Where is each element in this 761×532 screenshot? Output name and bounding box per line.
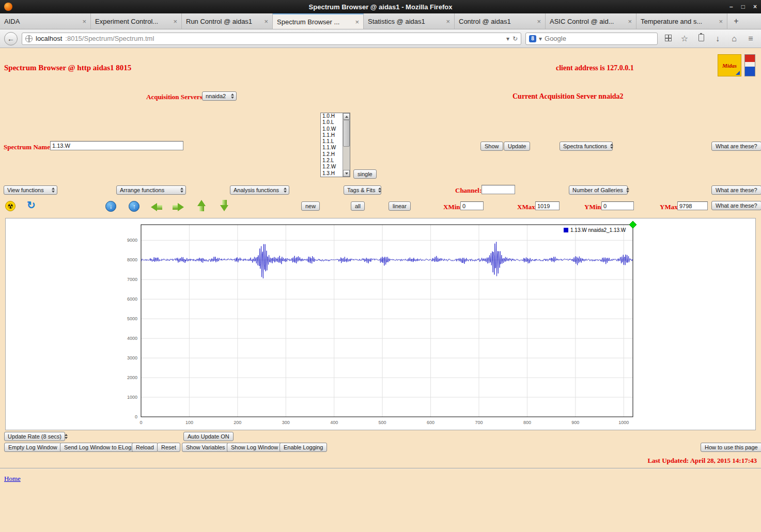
show-button[interactable]: Show [480, 142, 503, 151]
green-down-arrow-icon[interactable] [220, 200, 228, 211]
analysis-functions-select[interactable]: Analysis functions [230, 185, 289, 195]
tab-close-icon[interactable]: × [173, 18, 177, 25]
blue-down-arrow-icon[interactable]: ↓ [105, 201, 116, 212]
listbox-item[interactable]: 1.2.H [321, 151, 343, 158]
listbox-item[interactable]: 1.0.W [321, 126, 343, 132]
enable-logging-button[interactable]: Enable Logging [279, 443, 327, 452]
clipboard-icon[interactable] [698, 34, 704, 41]
tab-asic-control[interactable]: ASIC Control @ aid... × [546, 13, 636, 29]
home-link[interactable]: Home [4, 475, 21, 483]
minimize-button[interactable]: – [729, 3, 733, 10]
refresh-icon[interactable]: ↻ [27, 200, 36, 210]
listbox-item[interactable]: 1.0.H [321, 113, 343, 119]
listbox-scrollbar[interactable] [343, 113, 350, 177]
update-rate-select[interactable]: Update Rate (8 secs) [4, 432, 65, 441]
search-bar[interactable]: 8 ▾ [525, 33, 658, 45]
view-functions-select[interactable]: View functions [4, 185, 57, 195]
menu-icon[interactable]: ≡ [744, 34, 757, 43]
green-up-arrow-icon[interactable] [197, 200, 206, 211]
reload-icon[interactable]: ↻ [512, 35, 518, 42]
tab-close-icon[interactable]: × [264, 18, 268, 25]
reset-button[interactable]: Reset [157, 443, 180, 452]
spectra-functions-select[interactable]: Spectra functions [560, 142, 613, 151]
linear-button[interactable]: linear [389, 201, 411, 211]
google-search-icon[interactable]: 8 [529, 35, 536, 42]
spectrum-name-input[interactable] [50, 141, 183, 150]
ymin-input[interactable] [601, 201, 634, 210]
scrollbar-track[interactable] [343, 147, 350, 170]
tab-temperature[interactable]: Temperature and s... × [636, 13, 727, 29]
number-of-galleries-select[interactable]: Number of Galleries [569, 185, 628, 195]
xmin-input[interactable] [460, 201, 484, 210]
show-log-window-button[interactable]: Show Log Window [227, 443, 282, 452]
select-caret-icon [284, 187, 287, 193]
new-button[interactable]: new [301, 201, 320, 211]
svg-text:100: 100 [185, 420, 193, 425]
all-button[interactable]: all [351, 201, 365, 211]
what-are-these-button-2[interactable]: What are these? [711, 185, 761, 195]
listbox-item[interactable]: 1.0.L [321, 119, 343, 126]
green-right-arrow-icon[interactable] [173, 203, 184, 211]
send-log-to-elog-button[interactable]: Send Log Window to ELog [60, 443, 135, 452]
url-dropdown-icon[interactable]: ▾ [506, 35, 509, 42]
ymax-input[interactable] [677, 201, 708, 210]
listbox-item[interactable]: 1.2.L [321, 158, 343, 164]
spectrum-listbox[interactable]: 1.0.H 1.0.L 1.0.W 1.1.H 1.1.L 1.1.W 1.2.… [320, 113, 350, 177]
tab-close-icon[interactable]: × [82, 18, 86, 25]
url-input[interactable]: localhost :8015/Spectrum/Spectrum.tml ▾ … [22, 33, 521, 45]
listbox-item[interactable]: 1.1.L [321, 138, 343, 145]
spectrum-plot[interactable]: 0100020003000400050006000700080009000010… [5, 218, 756, 430]
update-button[interactable]: Update [504, 142, 530, 151]
scroll-down-icon[interactable] [343, 170, 350, 177]
home-icon[interactable]: ⌂ [728, 34, 740, 43]
bookmarks-grid-icon[interactable] [665, 35, 672, 41]
auto-update-button[interactable]: Auto Update ON [183, 432, 234, 441]
how-to-use-button[interactable]: How to use this page [701, 443, 761, 452]
back-arrow-icon: ← [7, 35, 14, 43]
svg-text:0: 0 [139, 420, 142, 425]
tab-close-icon[interactable]: × [355, 18, 359, 26]
tab-statistics[interactable]: Statistics @ aidas1 × [364, 13, 455, 29]
scroll-up-icon[interactable] [343, 113, 350, 120]
bookmark-star-icon[interactable]: ☆ [678, 34, 691, 43]
empty-log-window-button[interactable]: Empty Log Window [4, 443, 61, 452]
listbox-item[interactable]: 1.3.H [321, 170, 343, 177]
acquisition-server-select[interactable]: nnaida2 [202, 91, 237, 101]
select-caret-icon [65, 434, 68, 439]
close-button[interactable]: × [753, 3, 757, 10]
maximize-button[interactable]: □ [741, 3, 745, 10]
secondary-logo[interactable] [744, 54, 755, 76]
tab-control[interactable]: Control @ aidas1 × [455, 13, 546, 29]
tab-close-icon[interactable]: × [446, 18, 450, 25]
what-are-these-button-1[interactable]: What are these? [711, 142, 761, 151]
blue-up-arrow-icon[interactable]: ↑ [129, 201, 139, 212]
tab-close-icon[interactable]: × [537, 18, 541, 25]
what-are-these-button-3[interactable]: What are these? [711, 201, 761, 210]
tab-experiment-control[interactable]: Experiment Control... × [91, 13, 182, 29]
downloads-icon[interactable]: ↓ [711, 34, 724, 43]
new-tab-button[interactable]: + [727, 13, 745, 29]
tab-run-control[interactable]: Run Control @ aidas1 × [182, 13, 273, 29]
tab-close-icon[interactable]: × [719, 18, 723, 25]
back-button[interactable]: ← [4, 32, 18, 45]
midas-logo[interactable]: Midas [718, 54, 741, 76]
scrollbar-thumb[interactable] [343, 120, 350, 147]
listbox-item[interactable]: 1.2.W [321, 164, 343, 170]
listbox-item[interactable]: 1.1.H [321, 132, 343, 138]
channel-input[interactable] [482, 185, 515, 194]
tab-spectrum-browser[interactable]: Spectrum Browser ... × [273, 13, 364, 29]
tab-aida[interactable]: AIDA × [0, 13, 91, 29]
tags-fits-select[interactable]: Tags & Fits [344, 185, 381, 195]
arrange-functions-select[interactable]: Arrange functions [116, 185, 186, 195]
green-left-arrow-icon[interactable] [151, 203, 162, 211]
xmax-label: XMax [517, 203, 535, 211]
search-input[interactable] [545, 35, 654, 42]
show-variables-button[interactable]: Show Variables [182, 443, 229, 452]
search-engine-dropdown-icon[interactable]: ▾ [539, 35, 542, 42]
tab-close-icon[interactable]: × [628, 18, 632, 25]
reload-button[interactable]: Reload [132, 443, 158, 452]
listbox-item[interactable]: 1.1.W [321, 145, 343, 151]
single-button[interactable]: single [353, 169, 377, 179]
xmax-input[interactable] [535, 201, 560, 210]
radiation-icon[interactable]: ☢ [5, 201, 15, 211]
